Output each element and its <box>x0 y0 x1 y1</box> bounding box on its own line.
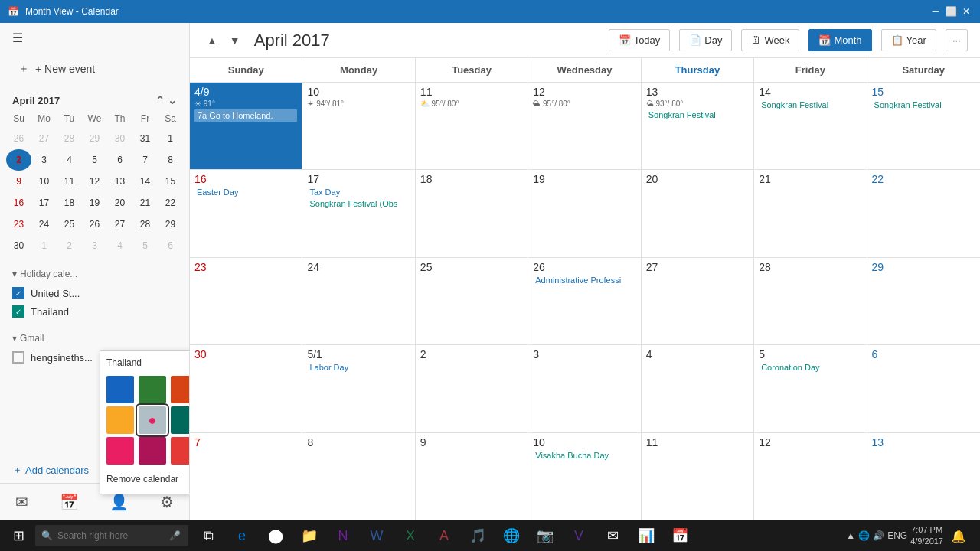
event-visakha[interactable]: Visakha Bucha Day <box>533 450 635 461</box>
event-admin-prof[interactable]: Administrative Professi <box>533 275 635 285</box>
day-may11[interactable]: 11 <box>642 433 754 520</box>
day-apr28[interactable]: 28 <box>754 258 867 344</box>
day-apr25[interactable]: 25 <box>416 258 528 344</box>
day-may3[interactable]: 3 <box>528 345 641 432</box>
day-may10[interactable]: 10 Visakha Bucha Day <box>528 433 641 520</box>
mini-cal-day[interactable]: 2 <box>6 149 31 171</box>
mini-cal-day[interactable]: 17 <box>31 192 57 214</box>
network-icon[interactable]: 🌐 <box>858 530 870 541</box>
mini-cal-prev[interactable]: ⌃ <box>155 94 165 106</box>
mini-cal-day[interactable]: 27 <box>31 128 57 149</box>
more-options-button[interactable]: ··· <box>946 29 968 51</box>
mini-cal-day[interactable]: 19 <box>82 192 107 214</box>
titlebar-controls[interactable]: ─ ⬜ ✕ <box>929 5 972 18</box>
event-tax-day[interactable]: Tax Day <box>307 187 410 197</box>
color-swatch-pink[interactable] <box>106 437 134 465</box>
month-button[interactable]: 📆 Month <box>808 29 871 51</box>
mini-cal-day[interactable]: 3 <box>82 235 107 256</box>
mini-cal-day[interactable]: 7 <box>132 149 158 171</box>
day-apr22[interactable]: 22 <box>867 170 980 256</box>
day-apr10[interactable]: 10 ☀ 94°/ 81° <box>302 83 415 169</box>
mini-cal-day[interactable]: 24 <box>31 214 57 235</box>
mini-cal-day[interactable]: 5 <box>82 149 107 171</box>
mini-cal-day[interactable]: 14 <box>132 171 158 192</box>
calendar-item-thailand[interactable]: ✓ Thailand <box>12 302 177 321</box>
mini-cal-day[interactable]: 9 <box>6 171 31 192</box>
minimize-button[interactable]: ─ <box>929 5 942 18</box>
day-may8[interactable]: 8 <box>302 433 415 520</box>
vs-app[interactable]: V <box>564 520 594 551</box>
day-apr18[interactable]: 18 <box>416 170 528 256</box>
mini-cal-day[interactable]: 6 <box>107 149 132 171</box>
task-view-button[interactable]: ⧉ <box>193 520 224 551</box>
taskbar-search[interactable]: 🔍 🎤 <box>35 525 188 546</box>
mini-cal-day[interactable]: 28 <box>57 128 82 149</box>
day-apr16[interactable]: 16 Easter Day <box>190 170 302 256</box>
mini-cal-day[interactable]: 12 <box>82 171 107 192</box>
day-may7[interactable]: 7 <box>190 433 302 520</box>
mini-cal-day[interactable]: 11 <box>57 171 82 192</box>
mini-cal-day[interactable]: 3 <box>31 149 57 171</box>
year-button[interactable]: 📋 Year <box>881 29 936 51</box>
us-checkbox[interactable]: ✓ <box>12 287 24 299</box>
day-may9[interactable]: 9 <box>416 433 528 520</box>
app8[interactable]: 🎵 <box>462 520 493 551</box>
onenote-app[interactable]: N <box>328 520 358 551</box>
event-songkran-obs[interactable]: Songkran Festival (Obs <box>307 198 410 209</box>
day-apr30[interactable]: 30 <box>190 345 302 432</box>
event-songkran-15[interactable]: Songkran Festival <box>872 99 975 110</box>
new-event-button[interactable]: ＋ + New event <box>6 56 183 82</box>
mini-cal-next[interactable]: ⌄ <box>168 94 177 106</box>
mini-cal-day[interactable]: 4 <box>57 149 82 171</box>
mini-cal-day[interactable]: 29 <box>158 214 183 235</box>
color-swatch-orange[interactable] <box>171 376 190 403</box>
day-may5[interactable]: 5 Coronation Day <box>754 345 867 432</box>
mini-cal-day[interactable]: 4 <box>107 235 132 256</box>
mini-cal-day[interactable]: 23 <box>6 214 31 235</box>
mini-cal-day[interactable]: 28 <box>132 214 158 235</box>
mini-cal-day[interactable]: 18 <box>57 192 82 214</box>
day-apr9[interactable]: 4/9 ☀ 91° 7a Go to Homeland. <box>190 83 302 169</box>
prev-month-button[interactable]: ▲ <box>202 31 222 50</box>
day-may2[interactable]: 2 <box>416 345 528 432</box>
color-swatch-dark-teal[interactable] <box>171 406 190 434</box>
event-homeland[interactable]: 7a Go to Homeland. <box>194 109 297 122</box>
color-swatch-magenta[interactable] <box>139 437 166 465</box>
color-swatch-teal-selected[interactable]: ● <box>139 406 166 434</box>
day-apr11[interactable]: 11 ⛅ 95°/ 80° <box>416 83 528 169</box>
mini-cal-day[interactable]: 25 <box>57 214 82 235</box>
day-apr14[interactable]: 14 Songkran Festival <box>754 83 867 169</box>
mini-cal-day[interactable]: 20 <box>107 192 132 214</box>
explorer-app[interactable]: 📁 <box>294 520 325 551</box>
close-button[interactable]: ✕ <box>960 5 972 18</box>
event-songkran-13[interactable]: Songkran Festival <box>646 109 749 120</box>
calendar-item-us[interactable]: ✓ United St... <box>12 284 177 302</box>
day-apr20[interactable]: 20 <box>642 170 754 256</box>
color-swatch-yellow[interactable] <box>106 406 134 434</box>
event-easter[interactable]: Easter Day <box>194 187 297 197</box>
mini-cal-day[interactable]: 1 <box>158 128 183 149</box>
mini-cal-day[interactable]: 21 <box>132 192 158 214</box>
thailand-checkbox[interactable]: ✓ <box>12 305 24 318</box>
gmail-checkbox[interactable] <box>12 351 24 364</box>
mini-cal-day[interactable]: 26 <box>82 214 107 235</box>
mini-cal-day[interactable]: 1 <box>31 235 57 256</box>
tray-expand[interactable]: ▲ <box>846 530 855 541</box>
day-apr13[interactable]: 13 🌤 93°/ 80° Songkran Festival <box>642 83 754 169</box>
browser2-app[interactable]: 🌐 <box>496 520 527 551</box>
calendar-nav-icon[interactable]: 📅 <box>54 490 85 514</box>
mic-icon[interactable]: 🎤 <box>169 530 181 541</box>
day-may4[interactable]: 4 <box>642 345 754 432</box>
mini-cal-day[interactable]: 29 <box>82 128 107 149</box>
excel-app[interactable]: X <box>395 520 426 551</box>
day-apr26[interactable]: 26 Administrative Professi <box>528 258 641 344</box>
mini-cal-day[interactable]: 8 <box>158 149 183 171</box>
next-month-button[interactable]: ▼ <box>225 31 245 50</box>
event-labor-day[interactable]: Labor Day <box>307 362 410 373</box>
week-button[interactable]: 🗓 Week <box>741 29 799 51</box>
mini-cal-day[interactable]: 6 <box>158 235 183 256</box>
word-app[interactable]: W <box>361 520 392 551</box>
calendar-app[interactable]: 📅 <box>665 520 695 551</box>
access-app[interactable]: A <box>429 520 459 551</box>
lang-label[interactable]: ENG <box>887 530 907 541</box>
